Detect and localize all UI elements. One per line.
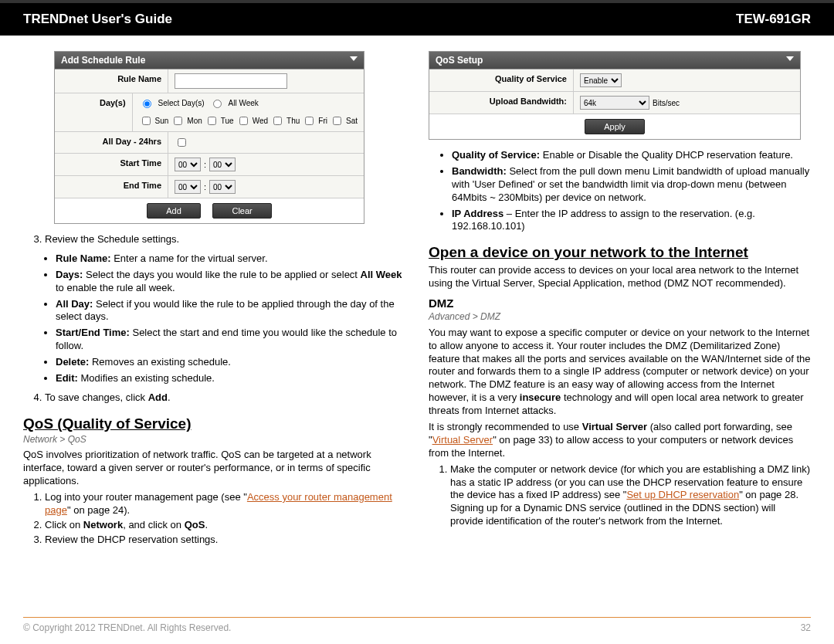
add-button[interactable]: Add (147, 203, 201, 219)
qos-heading: QoS (Quality of Service) (23, 415, 405, 432)
day-fri-checkbox[interactable] (305, 117, 314, 125)
left-column: Add Schedule Rule Rule Name Day(s) Selec… (23, 51, 405, 553)
schedule-bullets: Rule Name: Enter a name for the virtual … (23, 253, 405, 385)
upload-bw-select[interactable]: 64k (580, 96, 649, 110)
day-tue: Tue (221, 117, 234, 125)
add-schedule-rule-box: Add Schedule Rule Rule Name Day(s) Selec… (54, 51, 364, 224)
bullet-rule-name: Rule Name: Enter a name for the virtual … (56, 253, 405, 266)
end-hour-select[interactable]: 00 (175, 180, 201, 194)
header-bar: TRENDnet User's Guide TEW-691GR (0, 0, 834, 36)
qos-service-label: Quality of Service (429, 69, 574, 91)
rule-name-label: Rule Name (55, 69, 168, 93)
day-mon: Mon (187, 117, 202, 125)
bullet-edit: Edit: Modifies an existing schedule. (56, 372, 405, 385)
model-number: TEW-691GR (736, 12, 811, 27)
select-days-radio[interactable] (143, 100, 151, 108)
start-hour-select[interactable]: 00 (175, 158, 201, 171)
qos-setup-bullets: Quality of Service: Enable or Disable th… (429, 149, 811, 233)
copyright: © Copyright 2012 TRENDnet. All Rights Re… (23, 622, 231, 633)
end-time-label: End Time (55, 176, 168, 198)
all-day-checkbox[interactable] (178, 138, 186, 147)
qos-step-3: Review the DHCP reservation settings. (45, 534, 405, 547)
days-label: Day(s) (55, 93, 133, 131)
virtual-server-link[interactable]: Virtual Server (432, 434, 493, 446)
apply-button[interactable]: Apply (585, 119, 645, 134)
day-sat: Sat (346, 117, 358, 125)
rule-name-input[interactable] (175, 73, 287, 89)
guide-title: TRENDnet User's Guide (23, 12, 172, 27)
day-sat-checkbox[interactable] (333, 117, 341, 125)
all-day-label: All Day - 24hrs (55, 132, 168, 153)
end-min-select[interactable]: 00 (209, 180, 236, 194)
qos-enable-select[interactable]: Enable (580, 73, 622, 87)
day-wed-checkbox[interactable] (239, 117, 248, 125)
page-number: 32 (801, 622, 811, 633)
dhcp-reservation-link[interactable]: Set up DHCP reservation (626, 489, 739, 500)
bullet-start-end: Start/End Time: Select the start and end… (56, 327, 405, 353)
qos-bullet-ip: IP Address – Enter the IP address to ass… (452, 208, 811, 234)
upload-bw-label: Upload Bandwidth: (429, 92, 574, 114)
bullet-delete: Delete: Removes an existing schedule. (56, 356, 405, 369)
day-mon-checkbox[interactable] (174, 117, 182, 125)
day-wed: Wed (253, 117, 268, 125)
right-column: QoS Setup Quality of Service Enable Uplo… (429, 51, 811, 553)
open-device-heading: Open a device on your network to the Int… (429, 244, 811, 261)
day-sun-checkbox[interactable] (142, 117, 151, 125)
start-min-select[interactable]: 00 (209, 158, 236, 171)
open-device-desc: This router can provide access to device… (429, 264, 811, 290)
day-thu: Thu (286, 117, 300, 125)
day-fri: Fri (318, 117, 327, 125)
dmz-heading: DMZ (429, 297, 811, 310)
schedule-steps: Review the Schedule settings. (23, 233, 405, 246)
qos-step-2: Click on Network, and click on QoS. (45, 519, 405, 532)
bw-unit: Bits/sec (653, 99, 680, 107)
qos-breadcrumb: Network > QoS (23, 434, 405, 446)
select-days-label: Select Day(s) (158, 99, 205, 107)
footer: © Copyright 2012 TRENDnet. All Rights Re… (23, 617, 811, 633)
dmz-step-1: Make the computer or network device (for… (450, 463, 811, 528)
schedule-box-title: Add Schedule Rule (55, 52, 364, 69)
day-tue-checkbox[interactable] (208, 117, 216, 125)
dmz-steps: Make the computer or network device (for… (429, 463, 811, 528)
qos-box-title: QoS Setup (429, 52, 800, 69)
schedule-step4: To save changes, click Add. (23, 391, 405, 405)
step-4: To save changes, click Add. (45, 391, 405, 405)
dmz-p2: It is strongly recommended to use Virtua… (429, 421, 811, 460)
all-week-label: All Week (229, 99, 259, 107)
start-time-label: Start Time (55, 154, 168, 175)
qos-steps: Log into your router management page (se… (23, 491, 405, 547)
qos-step-1: Log into your router management page (se… (45, 491, 405, 517)
bullet-all-day: All Day: Select if you would like the ru… (56, 298, 405, 324)
qos-setup-box: QoS Setup Quality of Service Enable Uplo… (429, 51, 801, 140)
qos-bullet-service: Quality of Service: Enable or Disable th… (452, 149, 811, 162)
qos-desc: QoS involves prioritization of network t… (23, 449, 405, 488)
step-3: Review the Schedule settings. (45, 233, 405, 246)
day-thu-checkbox[interactable] (273, 117, 282, 125)
dmz-breadcrumb: Advanced > DMZ (429, 311, 811, 324)
qos-bullet-bandwidth: Bandwidth: Select from the pull down men… (452, 165, 811, 205)
dmz-p1: You may want to expose a specific comput… (429, 327, 811, 418)
bullet-days: Days: Select the days you would like the… (56, 269, 405, 295)
content: Add Schedule Rule Rule Name Day(s) Selec… (0, 36, 834, 553)
clear-button[interactable]: Clear (212, 203, 271, 219)
all-week-radio[interactable] (213, 100, 222, 108)
day-sun: Sun (155, 117, 169, 125)
